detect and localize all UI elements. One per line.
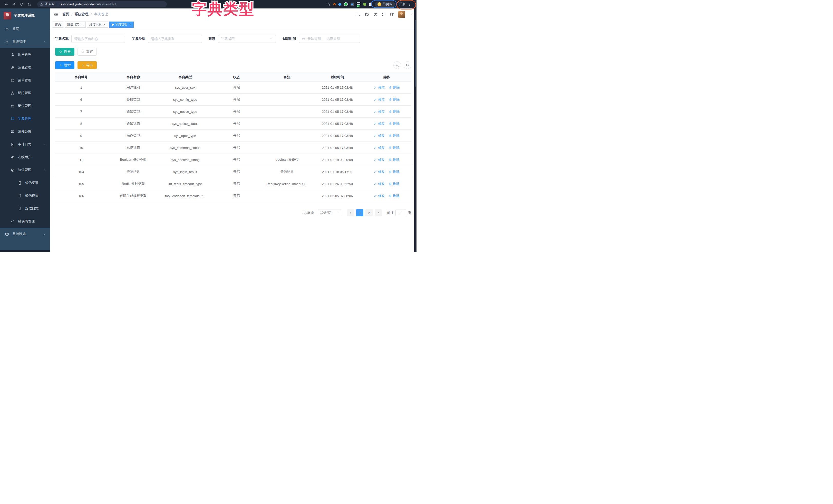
address-bar[interactable]: 不安全 dashboard.yudao.iocoder.cn/system/di…: [37, 1, 167, 7]
sidebar-item-12[interactable]: 短信渠道: [0, 176, 50, 189]
tab-3[interactable]: 字典管理: [109, 22, 134, 28]
close-icon[interactable]: [103, 23, 106, 26]
delete-button[interactable]: 删除: [389, 109, 400, 114]
font-size-icon[interactable]: tT: [390, 12, 394, 17]
edit-button[interactable]: 修改: [374, 85, 385, 90]
sidebar-item-6[interactable]: 岗位管理: [0, 99, 50, 112]
delete-button[interactable]: 删除: [389, 85, 400, 90]
sidebar-item-9[interactable]: 审计日志: [0, 138, 50, 151]
sidebar-item-11[interactable]: 短信管理: [0, 163, 50, 176]
sidebar-item-14[interactable]: 短信日志: [0, 202, 50, 215]
edit-button[interactable]: 修改: [374, 145, 385, 150]
status-select[interactable]: 字典状态: [218, 34, 276, 43]
kebab-menu-icon[interactable]: [407, 2, 411, 6]
table-header-row: 字典编号字典名称字典类型状态备注创建时间操作: [55, 73, 411, 81]
sidebar-item-5[interactable]: 部门管理: [0, 87, 50, 99]
dict-type-link[interactable]: inf_redis_timeout_type: [159, 178, 211, 190]
profile-paused-badge[interactable]: 已暂停: [375, 2, 395, 7]
back-icon[interactable]: [4, 2, 8, 6]
forward-icon[interactable]: [12, 2, 16, 6]
hamburger-icon[interactable]: [54, 12, 58, 17]
dict-type-link[interactable]: sys_user_sex: [159, 81, 211, 94]
dict-type-link[interactable]: sys_common_status: [159, 142, 211, 154]
edit-button[interactable]: 修改: [374, 121, 385, 126]
dict-name-input[interactable]: [71, 34, 125, 43]
chevron-down-icon[interactable]: [410, 13, 413, 16]
delete-button[interactable]: 删除: [389, 145, 400, 150]
sidebar-item-13[interactable]: 短信模板: [0, 189, 50, 202]
date-range-picker[interactable]: 开始日期 - 结束日期: [299, 34, 360, 43]
extension-icon[interactable]: on: [357, 2, 360, 5]
extension-icon[interactable]: [333, 3, 336, 5]
add-button[interactable]: 新增: [55, 61, 74, 69]
dict-type-link[interactable]: sys_config_type: [159, 94, 211, 106]
edit-button[interactable]: 修改: [374, 170, 385, 174]
bookmark-star-icon[interactable]: [327, 2, 331, 6]
edit-button[interactable]: 修改: [374, 133, 385, 138]
delete-button[interactable]: 删除: [389, 133, 400, 138]
breadcrumb-home[interactable]: 首页: [62, 12, 69, 17]
sidebar-item-1[interactable]: 系统管理: [0, 35, 50, 48]
browser-update-button[interactable]: 更新: [398, 2, 413, 6]
delete-button[interactable]: 删除: [389, 194, 400, 198]
dict-type-link[interactable]: sys_notice_status: [159, 118, 211, 130]
tab-0[interactable]: 首页: [53, 22, 63, 28]
goto-page-input[interactable]: [396, 209, 406, 217]
edit-button[interactable]: 修改: [374, 157, 385, 162]
sidebar-item-15[interactable]: 错误码管理: [0, 215, 50, 228]
sidebar-item-0[interactable]: 首页: [0, 23, 50, 35]
page-size-select[interactable]: 10条/页: [318, 209, 341, 217]
sidebar-item-2[interactable]: 用户管理: [0, 48, 50, 61]
edit-button[interactable]: 修改: [374, 194, 385, 198]
page-button-1[interactable]: 1: [356, 209, 363, 217]
delete-button[interactable]: 删除: [389, 181, 400, 186]
dict-type-link[interactable]: sys_boolean_string: [159, 154, 211, 166]
extension-icon[interactable]: [351, 3, 354, 6]
reset-button[interactable]: 重置: [77, 48, 97, 56]
app-logo[interactable]: 芋道管理系统: [0, 8, 50, 23]
dict-type-link[interactable]: sys_notice_type: [159, 106, 211, 118]
tab-1[interactable]: 短信日志: [65, 22, 86, 28]
prev-page-button[interactable]: [347, 209, 354, 217]
edit-button[interactable]: 修改: [374, 97, 385, 102]
sidebar-item-3[interactable]: 角色管理: [0, 61, 50, 74]
delete-button[interactable]: 删除: [389, 121, 400, 126]
extension-icon[interactable]: [369, 3, 372, 6]
edit-button[interactable]: 修改: [374, 109, 385, 114]
hide-search-button[interactable]: [394, 61, 401, 69]
dict-type-input[interactable]: [148, 34, 202, 43]
github-icon[interactable]: [365, 12, 369, 17]
user-avatar[interactable]: [398, 11, 405, 18]
dict-type-link[interactable]: tool_codegen_template_t...: [159, 190, 211, 202]
page-button-2[interactable]: 2: [365, 209, 373, 217]
sidebar-item-10[interactable]: 在线用户: [0, 151, 50, 163]
sidebar-item-8[interactable]: 通知公告: [0, 125, 50, 138]
breadcrumb-system[interactable]: 系统管理: [75, 12, 89, 17]
help-icon[interactable]: [373, 12, 378, 17]
dict-type-link[interactable]: sys_login_result: [159, 166, 211, 178]
browser-scrollbar[interactable]: [414, 8, 416, 252]
search-icon[interactable]: [356, 12, 360, 17]
dict-type-link[interactable]: sys_oper_type: [159, 130, 211, 142]
delete-button[interactable]: 删除: [389, 157, 400, 162]
extension-icon[interactable]: [338, 2, 341, 6]
sidebar-item-16[interactable]: 基础设施: [0, 228, 50, 241]
delete-button[interactable]: 删除: [389, 97, 400, 102]
reload-icon[interactable]: [20, 2, 24, 6]
edit-button[interactable]: 修改: [374, 181, 385, 186]
next-page-button[interactable]: [375, 209, 382, 217]
delete-button[interactable]: 删除: [389, 170, 400, 174]
fullscreen-icon[interactable]: [382, 12, 386, 17]
export-button[interactable]: 导出: [77, 61, 97, 69]
scrollbar-thumb[interactable]: [415, 20, 416, 87]
search-button[interactable]: 搜索: [55, 48, 74, 56]
sidebar-item-4[interactable]: 菜单管理: [0, 74, 50, 87]
sidebar-item-active[interactable]: 字典管理: [0, 112, 50, 125]
close-icon[interactable]: [129, 23, 132, 26]
refresh-table-button[interactable]: [404, 61, 411, 69]
extension-icon[interactable]: [363, 3, 366, 6]
close-icon[interactable]: [81, 23, 84, 26]
home-icon[interactable]: [27, 2, 31, 6]
extension-icon[interactable]: [344, 2, 348, 6]
tab-2[interactable]: 短信模板: [87, 22, 108, 28]
